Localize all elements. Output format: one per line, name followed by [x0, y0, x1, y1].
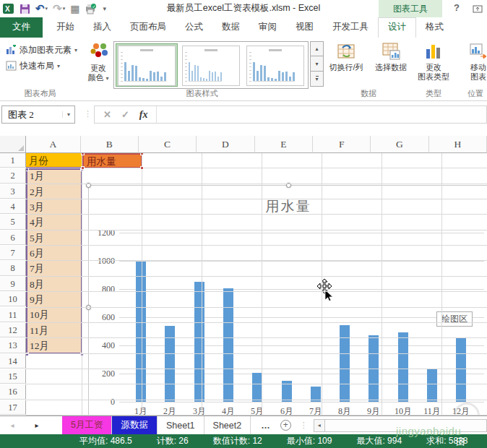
tab-格式[interactable]: 格式	[416, 17, 453, 38]
range-handle-red[interactable]	[140, 153, 144, 155]
gallery-more-button[interactable]: ▾	[310, 72, 324, 87]
chart-style-thumbnail	[118, 46, 176, 86]
range-handle-purple[interactable]	[26, 168, 29, 171]
row-header-17[interactable]: 17	[0, 400, 26, 415]
chart-bar-8月[interactable]	[340, 325, 350, 402]
quick-layout-button[interactable]: 快速布局▾	[3, 58, 80, 74]
x-axis-tick-label: 5月	[243, 405, 272, 415]
y-axis-tick-label: 200	[89, 369, 115, 379]
gallery-scroll-down-button[interactable]: ▾	[310, 56, 324, 72]
chart-bar-12月[interactable]	[456, 338, 466, 402]
column-header-H[interactable]: H	[429, 136, 487, 153]
column-header-C[interactable]: C	[139, 136, 197, 153]
chart-bar-11月[interactable]	[427, 369, 437, 402]
cell-b1[interactable]: 用水量	[82, 153, 142, 168]
column-header-F[interactable]: F	[313, 136, 371, 153]
change-chart-type-button[interactable]: 更改 图表类型	[413, 38, 454, 82]
sheet-tab-5月工资[interactable]: 5月工资	[62, 416, 112, 434]
cell-a13[interactable]: 12月	[27, 338, 81, 353]
cell-a4[interactable]: 3月	[27, 199, 81, 215]
range-handle-red[interactable]	[140, 166, 144, 170]
cell-a7[interactable]: 6月	[27, 246, 81, 261]
move-chart-button[interactable]: 移动 图表	[460, 38, 487, 82]
chart-style-3[interactable]	[244, 43, 306, 87]
row-header-15[interactable]: 15	[0, 369, 26, 384]
gallery-scroll-up-button[interactable]: ▴	[310, 41, 324, 56]
chart-bar-1月[interactable]	[136, 262, 146, 402]
column-header-G[interactable]: G	[371, 136, 428, 153]
row-header-5[interactable]: 5	[0, 215, 26, 229]
sheet-tab-Sheet2[interactable]: Sheet2	[204, 416, 251, 434]
select-data-button[interactable]: 选择数据	[369, 38, 413, 72]
row-header-3[interactable]: 3	[0, 184, 26, 199]
restore-window-button[interactable]	[473, 3, 483, 16]
chart-object[interactable]: 用水量 1200100080060040020001月2月3月4月5月6月7月8…	[88, 185, 487, 415]
confirm-entry-icon[interactable]: ✓	[121, 109, 129, 120]
row-header-9[interactable]: 9	[0, 277, 26, 291]
help-button[interactable]: ?	[454, 2, 460, 13]
tab-审阅[interactable]: 审阅	[249, 17, 286, 38]
tab-开始[interactable]: 开始	[47, 17, 84, 38]
row-header-14[interactable]: 14	[0, 354, 26, 369]
tab-公式[interactable]: 公式	[176, 17, 212, 38]
sheet-tab-源数据[interactable]: 源数据	[112, 416, 158, 434]
cell-a1[interactable]: 月份	[26, 153, 82, 168]
row-header-4[interactable]: 4	[0, 199, 26, 214]
row-header-1[interactable]: 1	[0, 153, 26, 168]
row-header-11[interactable]: 11	[0, 308, 26, 322]
name-box[interactable]: 图表 2 ▾	[1, 105, 75, 124]
sheet-tab-Sheet1[interactable]: Sheet1	[158, 416, 204, 434]
cell-a3[interactable]: 2月	[27, 184, 81, 199]
hscroll-left-button[interactable]: ◂	[314, 419, 325, 432]
range-handle-red[interactable]	[81, 153, 85, 155]
sheet-tab-overflow-button[interactable]: …	[261, 421, 270, 431]
tab-插入[interactable]: 插入	[84, 17, 121, 38]
add-chart-element-button[interactable]: 添加图表元素▾	[3, 42, 80, 58]
new-sheet-button[interactable]: +	[280, 420, 291, 431]
cell-a2[interactable]: 1月	[27, 168, 81, 184]
range-handle-red[interactable]	[81, 166, 85, 170]
row-header-2[interactable]: 2	[0, 168, 26, 183]
row-header-16[interactable]: 16	[0, 384, 26, 399]
select-all-corner[interactable]	[0, 136, 26, 153]
tab-视图[interactable]: 视图	[286, 17, 323, 38]
chart-style-1[interactable]	[116, 43, 178, 87]
cell-a5[interactable]: 4月	[27, 215, 81, 230]
cell-a8[interactable]: 7月	[27, 261, 81, 276]
row-header-10[interactable]: 10	[0, 292, 26, 306]
tab-设计[interactable]: 设计	[378, 17, 416, 38]
tab-文件[interactable]: 文件	[0, 17, 43, 38]
selected-range-a2-a13[interactable]: 1月2月3月4月5月6月7月8月9月10月11月12月	[26, 168, 82, 353]
cell-a11[interactable]: 10月	[27, 307, 81, 322]
column-header-B[interactable]: B	[81, 136, 139, 153]
cancel-entry-icon[interactable]: ✕	[103, 109, 111, 120]
row-header-13[interactable]: 13	[0, 338, 26, 353]
tab-数据[interactable]: 数据	[212, 17, 249, 38]
sheet-nav-right-button[interactable]: ▸	[30, 421, 43, 429]
column-header-D[interactable]: D	[197, 136, 254, 153]
row-header-12[interactable]: 12	[0, 323, 26, 337]
cell-a10[interactable]: 9月	[27, 292, 81, 307]
chart-bar-10月[interactable]	[398, 332, 408, 402]
normal-view-button[interactable]: 田	[456, 436, 465, 448]
chart-style-2[interactable]	[180, 43, 242, 87]
column-header-A[interactable]: A	[26, 136, 81, 153]
cell-a9[interactable]: 8月	[27, 277, 81, 292]
cell-a12[interactable]: 11月	[27, 323, 81, 338]
insert-function-icon[interactable]: fx	[139, 109, 148, 121]
chart-bar-5月[interactable]	[252, 373, 262, 402]
column-header-E[interactable]: E	[255, 136, 313, 153]
thumbnail-y-axis	[185, 52, 187, 82]
switch-row-column-button[interactable]: 切换行/列	[324, 38, 369, 72]
tab-页面布局[interactable]: 页面布局	[121, 17, 176, 38]
row-header-8[interactable]: 8	[0, 261, 26, 275]
row-header-7[interactable]: 7	[0, 246, 26, 260]
cell-a6[interactable]: 5月	[27, 231, 81, 246]
chart-gridline	[119, 289, 484, 290]
tab-开发工具[interactable]: 开发工具	[323, 17, 378, 38]
name-box-dropdown-icon[interactable]: ▾	[62, 111, 74, 118]
change-colors-button[interactable]: 更改 颜色 ▾	[83, 38, 113, 89]
sheet-nav-left-button[interactable]: ◂	[6, 421, 19, 429]
row-header-6[interactable]: 6	[0, 231, 26, 245]
chart-bar-4月[interactable]	[223, 288, 233, 402]
